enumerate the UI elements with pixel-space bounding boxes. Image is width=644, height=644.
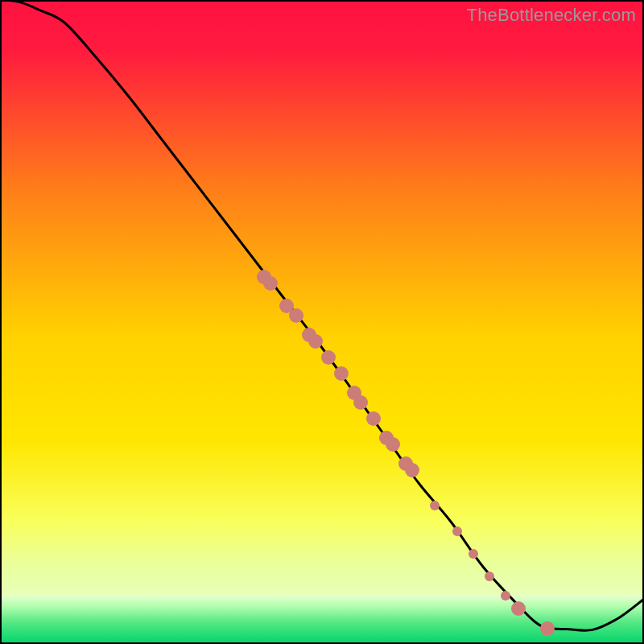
scatter-point [263,276,278,291]
scatter-points [257,270,555,636]
chart-stage: TheBottlenecker.com [0,0,644,644]
curve-line [0,0,644,630]
scatter-point [540,621,555,636]
scatter-point [366,411,381,426]
scatter-point [430,501,440,510]
scatter-point [308,334,323,349]
scatter-point [511,601,526,616]
scatter-point [321,350,336,365]
watermark-text: TheBottlenecker.com [467,5,636,26]
scatter-point [289,308,303,323]
scatter-point [469,549,478,559]
chart-plot [0,0,644,644]
scatter-point [353,395,368,410]
scatter-point [501,591,510,601]
scatter-point [452,526,462,536]
scatter-point [334,366,349,381]
scatter-point [405,463,419,477]
scatter-point [386,437,400,452]
scatter-point [485,572,494,581]
